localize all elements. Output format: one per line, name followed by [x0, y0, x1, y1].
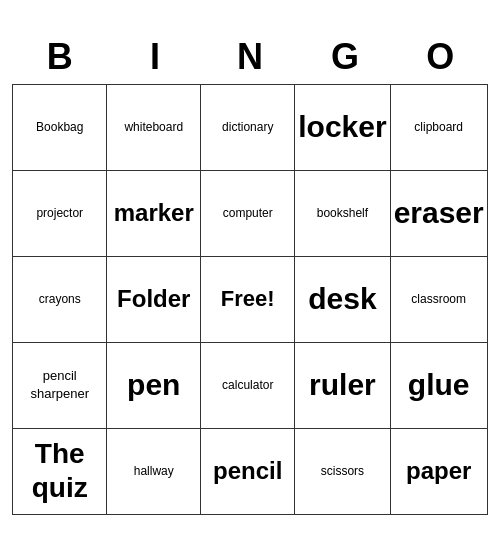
cell-r3-c4: glue [390, 342, 487, 428]
cell-r0-c2: dictionary [201, 84, 295, 170]
cell-r2-c3: desk [295, 256, 390, 342]
cell-r4-c3: scissors [295, 428, 390, 514]
cell-r3-c1: pen [107, 342, 201, 428]
cell-r2-c0: crayons [13, 256, 107, 342]
header-g: G [298, 30, 393, 84]
cell-r3-c3: ruler [295, 342, 390, 428]
header-n: N [202, 30, 297, 84]
bingo-grid: Bookbagwhiteboarddictionarylockerclipboa… [12, 84, 487, 515]
cell-r2-c1: Folder [107, 256, 201, 342]
cell-r0-c3: locker [295, 84, 390, 170]
cell-r0-c1: whiteboard [107, 84, 201, 170]
cell-r1-c2: computer [201, 170, 295, 256]
cell-r1-c1: marker [107, 170, 201, 256]
cell-r0-c4: clipboard [390, 84, 487, 170]
cell-r4-c1: hallway [107, 428, 201, 514]
cell-r2-c2: Free! [201, 256, 295, 342]
cell-r4-c2: pencil [201, 428, 295, 514]
header-i: I [107, 30, 202, 84]
header-b: B [12, 30, 107, 84]
cell-r4-c0: Thequiz [13, 428, 107, 514]
cell-r0-c0: Bookbag [13, 84, 107, 170]
cell-r2-c4: classroom [390, 256, 487, 342]
header-o: O [393, 30, 488, 84]
cell-r1-c0: projector [13, 170, 107, 256]
cell-r3-c2: calculator [201, 342, 295, 428]
bingo-header: B I N G O [12, 30, 487, 84]
cell-r1-c3: bookshelf [295, 170, 390, 256]
cell-r3-c0: pencilsharpener [13, 342, 107, 428]
cell-r4-c4: paper [390, 428, 487, 514]
cell-r1-c4: eraser [390, 170, 487, 256]
